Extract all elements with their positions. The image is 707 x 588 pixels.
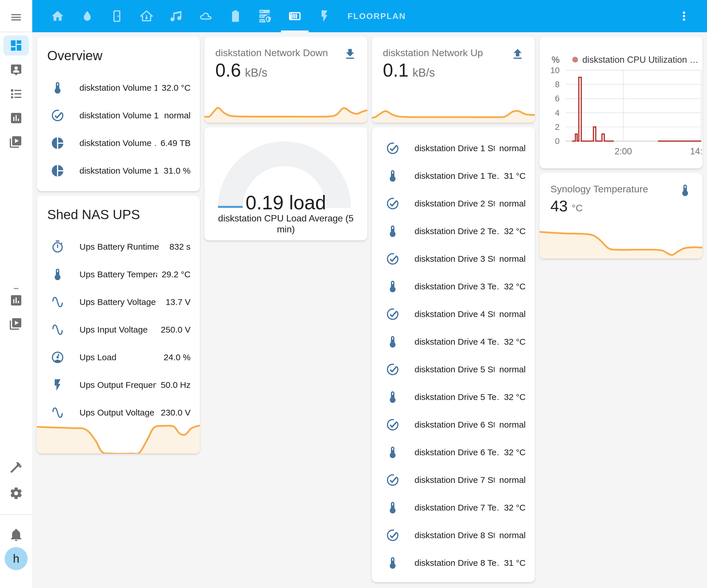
sidebar-item-person[interactable] — [9, 63, 23, 76]
entity-row[interactable]: Ups Output Voltage230.0 V — [37, 401, 200, 424]
entity-row[interactable]: diskstation Drive 7 St…normal — [372, 468, 535, 492]
entity-row[interactable]: diskstation Drive 8 St…normal — [372, 524, 535, 547]
check-circle-icon — [386, 197, 400, 210]
sensor-unit: kB/s — [412, 66, 435, 79]
sine-wave-icon — [50, 295, 65, 309]
entity-value: 29.2 °C — [162, 269, 191, 279]
entity-value: 31.0 % — [164, 166, 191, 176]
entity-row[interactable]: Ups Battery Tempera…29.2 °C — [37, 263, 200, 286]
entity-value: 230.0 V — [161, 408, 191, 418]
entity-name: diskstation Drive 6 St… — [414, 420, 495, 430]
network-down-card[interactable]: diskstation Network Down 0.6 kB/s — [204, 37, 367, 123]
entity-value: 250.0 V — [161, 325, 191, 335]
dashboard-content: Overview diskstation Volume 1…32.0 °Cdis… — [32, 32, 707, 588]
sidebar-item-developer-tools[interactable] — [9, 460, 23, 474]
entity-value: 32 °C — [504, 282, 526, 291]
entity-value: normal — [499, 199, 526, 208]
entity-name: Ups Load — [79, 353, 159, 362]
svg-text:4: 4 — [555, 108, 560, 118]
sidebar-item-stats[interactable] — [9, 293, 23, 307]
entity-row[interactable]: Ups Load24.0 % — [37, 346, 200, 369]
tab-cloud-icon[interactable] — [191, 0, 221, 32]
cpu-load-gauge-card[interactable]: 0.19 load diskstation CPU Load Average (… — [204, 127, 367, 240]
entity-value: 50.0 Hz — [161, 380, 191, 390]
entity-value: normal — [499, 530, 526, 540]
sidebar-item-media[interactable] — [9, 134, 23, 148]
thermometer-icon — [386, 224, 400, 238]
menu-icon[interactable] — [10, 11, 23, 21]
entity-row[interactable]: diskstation Drive 7 Te…32 °C — [372, 496, 535, 519]
network-down-graph — [204, 95, 367, 123]
entity-row[interactable]: diskstation Drive 3 Te…32 °C — [372, 275, 535, 298]
entity-row[interactable]: diskstation Drive 6 St…normal — [372, 413, 535, 436]
entity-name: Ups Battery Tempera… — [79, 269, 157, 279]
check-circle-icon — [386, 252, 400, 266]
sine-wave-icon — [50, 323, 65, 337]
entity-row[interactable]: diskstation Volume 1…32.0 °C — [37, 76, 200, 99]
sidebar-item-todo-list[interactable] — [9, 87, 23, 101]
entity-row[interactable]: diskstation Drive 5 Te…32 °C — [372, 386, 535, 409]
entity-value: normal — [499, 364, 526, 374]
tab-house-thermometer-icon[interactable] — [132, 0, 162, 32]
thermometer-icon — [386, 501, 400, 515]
entity-row[interactable]: diskstation Drive 3 St…normal — [372, 247, 535, 270]
tab-music-note-icon[interactable] — [162, 0, 191, 32]
entity-row[interactable]: diskstation Volume 1 …31.0 % — [37, 159, 200, 182]
synology-temp-graph — [539, 229, 702, 259]
entity-row[interactable]: diskstation Drive 2 Te…32 °C — [372, 220, 535, 243]
entity-row[interactable]: diskstation Drive 5 St…normal — [372, 358, 535, 381]
ups-card: Shed NAS UPS Ups Battery Runtime832 sUps… — [37, 196, 200, 454]
entity-value: normal — [499, 143, 526, 153]
entity-row[interactable]: Ups Input Voltage250.0 V — [37, 318, 200, 341]
svg-text:diskstation CPU Utilization …: diskstation CPU Utilization … — [582, 55, 698, 65]
entity-row[interactable]: diskstation Drive 2 St…normal — [372, 192, 535, 215]
tab-door-icon[interactable] — [102, 0, 132, 32]
overflow-menu-icon[interactable] — [677, 9, 691, 23]
sensor-unit: °C — [572, 202, 583, 214]
sidebar-item-media-2[interactable] — [9, 317, 23, 330]
sidebar-item-history-stats[interactable] — [9, 111, 23, 125]
entity-name: diskstation Drive 6 Te… — [414, 448, 500, 457]
sidebar-item-settings[interactable] — [9, 486, 23, 500]
tab-server-security-icon[interactable] — [250, 0, 280, 32]
entity-row[interactable]: Ups Output Frequency50.0 Hz — [37, 373, 200, 396]
tab-home-icon[interactable] — [43, 0, 72, 32]
svg-text:0: 0 — [555, 136, 560, 146]
gauge-value: 0.19 load — [204, 192, 367, 213]
entity-name: diskstation Volume 1 … — [79, 166, 159, 176]
entity-value: 13.7 V — [166, 297, 191, 307]
tab-lightning-bolt-icon[interactable] — [310, 0, 339, 32]
timer-icon — [50, 240, 65, 254]
tab-nas-icon[interactable] — [280, 0, 310, 32]
entity-row[interactable]: diskstation Volume …6.49 TB — [37, 132, 200, 155]
network-up-graph — [372, 95, 535, 123]
svg-text:6: 6 — [555, 94, 560, 103]
entity-row[interactable]: diskstation Drive 8 Te…31 °C — [372, 551, 535, 575]
tab-water-drop-icon[interactable] — [72, 0, 102, 32]
entity-value: 31 °C — [504, 171, 526, 181]
synology-temperature-card[interactable]: Synology Temperature 43 °C — [539, 173, 702, 259]
check-circle-icon — [386, 141, 400, 155]
sidebar-item-dashboard[interactable] — [9, 39, 23, 53]
entity-name: Ups Battery Voltage — [79, 297, 161, 307]
thermometer-icon — [386, 446, 400, 459]
entity-value: 32.0 °C — [162, 83, 191, 93]
tab-floorplan[interactable]: FLOORPLAN — [347, 0, 406, 32]
entity-value: 32 °C — [504, 392, 526, 402]
entity-value: normal — [164, 110, 191, 120]
entity-row[interactable]: diskstation Drive 4 Te…32 °C — [372, 330, 535, 353]
entity-row[interactable]: Ups Battery Runtime832 s — [37, 235, 200, 258]
check-circle-icon — [386, 418, 400, 432]
network-up-card[interactable]: diskstation Network Up 0.1 kB/s — [372, 37, 535, 123]
notifications-bell-icon[interactable] — [9, 528, 23, 542]
entity-row[interactable]: Ups Battery Voltage13.7 V — [37, 291, 200, 314]
avatar[interactable]: h — [5, 547, 28, 570]
entity-row[interactable]: diskstation Drive 1 St…normal — [372, 137, 535, 160]
tab-battery-icon[interactable] — [221, 0, 250, 32]
entity-row[interactable]: diskstation Drive 1 Te…31 °C — [372, 164, 535, 188]
entity-row[interactable]: diskstation Drive 6 Te…32 °C — [372, 441, 535, 464]
entity-row[interactable]: diskstation Volume 1…normal — [37, 104, 200, 127]
entity-name: Ups Battery Runtime — [79, 242, 165, 252]
entity-row[interactable]: diskstation Drive 4 St…normal — [372, 303, 535, 326]
entity-name: diskstation Drive 5 St… — [414, 364, 495, 374]
